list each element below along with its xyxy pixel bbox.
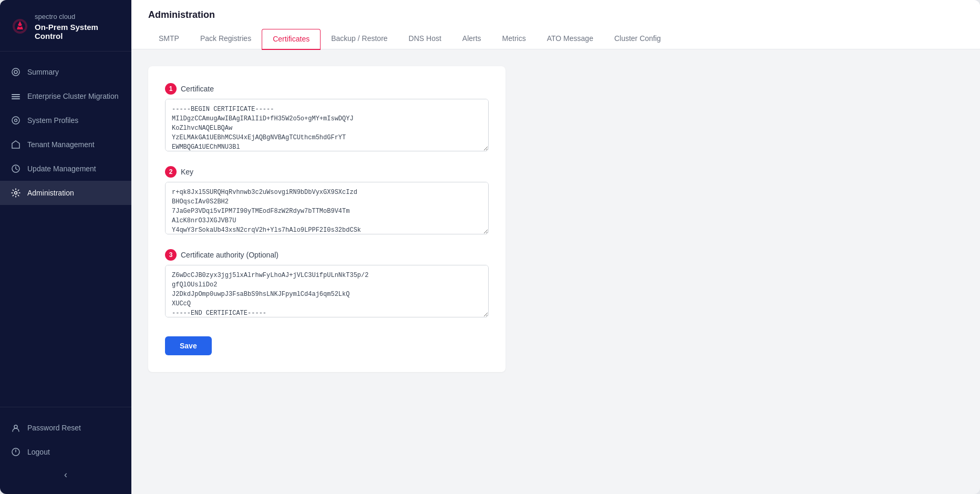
sidebar-item-update-management[interactable]: Update Management — [0, 157, 131, 181]
sidebar-item-password-reset-label: Password Reset — [27, 424, 81, 432]
certificate-label-row: 1 Certificate — [165, 83, 489, 95]
ca-number-badge: 3 — [165, 249, 177, 261]
password-reset-icon — [11, 423, 21, 433]
tab-alerts[interactable]: Alerts — [452, 29, 492, 49]
tab-backup-restore[interactable]: Backup / Restore — [321, 29, 398, 49]
logout-icon — [11, 447, 21, 457]
svg-point-8 — [15, 191, 17, 194]
sidebar-item-summary[interactable]: Summary — [0, 60, 131, 84]
key-label: Key — [181, 168, 193, 176]
key-number-badge: 2 — [165, 166, 177, 178]
logo-text: spectro cloud — [35, 13, 121, 22]
certificate-textarea[interactable]: -----BEGIN CERTIFICATE----- MIlDgzCCAmug… — [165, 99, 489, 151]
sidebar-item-administration-label: Administration — [27, 189, 74, 197]
enterprise-icon — [11, 91, 21, 101]
svg-point-0 — [12, 68, 19, 76]
key-label-row: 2 Key — [165, 166, 489, 178]
sidebar-item-password-reset[interactable]: Password Reset — [0, 416, 131, 440]
administration-icon — [11, 188, 21, 198]
sidebar-item-system-profiles[interactable]: System Profiles — [0, 108, 131, 132]
certificate-number-badge: 1 — [165, 83, 177, 95]
collapse-icon: ‹ — [64, 469, 67, 480]
svg-point-1 — [14, 70, 17, 74]
profiles-icon — [11, 115, 21, 126]
tab-certificates[interactable]: Certificates — [262, 29, 321, 50]
ca-label: Certificate authority (Optional) — [181, 251, 278, 259]
ca-label-row: 3 Certificate authority (Optional) — [165, 249, 489, 261]
sidebar-item-update-label: Update Management — [27, 164, 96, 173]
sidebar: spectro cloud On-Prem System Control Sum… — [0, 0, 131, 494]
sidebar-item-profiles-label: System Profiles — [27, 116, 78, 125]
tab-pack-registries[interactable]: Pack Registries — [190, 29, 262, 49]
key-field-group: 2 Key r+qk8Jxl5SURQHqRvhnwb3c2uWsovgiRN9… — [165, 166, 489, 236]
content-area: 1 Certificate -----BEGIN CERTIFICATE----… — [131, 49, 980, 494]
save-button[interactable]: Save — [165, 336, 212, 355]
update-icon — [11, 163, 21, 174]
tab-smtp[interactable]: SMTP — [148, 29, 190, 49]
sidebar-item-enterprise-label: Enterprise Cluster Migration — [27, 92, 119, 100]
system-title: On-Prem System Control — [35, 23, 121, 40]
sidebar-item-logout[interactable]: Logout — [0, 440, 131, 464]
tab-dns-host[interactable]: DNS Host — [398, 29, 452, 49]
svg-point-6 — [15, 119, 17, 121]
sidebar-item-logout-label: Logout — [27, 448, 50, 456]
tab-ato-message[interactable]: ATO Message — [537, 29, 604, 49]
svg-point-5 — [12, 117, 19, 124]
certificates-form-card: 1 Certificate -----BEGIN CERTIFICATE----… — [148, 66, 506, 372]
certificate-field-group: 1 Certificate -----BEGIN CERTIFICATE----… — [165, 83, 489, 153]
tab-cluster-config[interactable]: Cluster Config — [604, 29, 672, 49]
key-textarea[interactable]: r+qk8Jxl5SURQHqRvhnwb3c2uWsovgiRN9bDbVyx… — [165, 182, 489, 234]
svg-rect-2 — [12, 94, 20, 95]
page-title: Administration — [148, 9, 963, 20]
sidebar-item-tenant-label: Tenant Management — [27, 140, 95, 149]
sidebar-logo: spectro cloud On-Prem System Control — [0, 0, 131, 52]
sidebar-footer: Password Reset Logout ‹ — [0, 407, 131, 494]
sidebar-nav: Summary Enterprise Cluster Migration Sys… — [0, 52, 131, 407]
certificate-label: Certificate — [181, 85, 214, 93]
main-content: Administration SMTP Pack Registries Cert… — [131, 0, 980, 494]
svg-rect-3 — [12, 96, 20, 97]
svg-point-9 — [14, 425, 17, 428]
ca-textarea[interactable]: Z6wDcCJB0zyx3jgj5lxAlrhwFyLhoAJ+jVLC3Uif… — [165, 265, 489, 317]
summary-icon — [11, 67, 21, 77]
svg-rect-4 — [12, 98, 20, 99]
tab-metrics[interactable]: Metrics — [492, 29, 537, 49]
sidebar-item-enterprise-cluster-migration[interactable]: Enterprise Cluster Migration — [0, 84, 131, 108]
tab-bar: SMTP Pack Registries Certificates Backup… — [148, 29, 963, 49]
sidebar-collapse-button[interactable]: ‹ — [0, 464, 131, 486]
spectro-cloud-logo — [11, 17, 29, 36]
sidebar-item-tenant-management[interactable]: Tenant Management — [0, 132, 131, 157]
ca-field-group: 3 Certificate authority (Optional) Z6wDc… — [165, 249, 489, 320]
tenant-icon — [11, 139, 21, 150]
page-header: Administration SMTP Pack Registries Cert… — [131, 0, 980, 49]
sidebar-item-summary-label: Summary — [27, 68, 59, 76]
sidebar-item-administration[interactable]: Administration — [0, 181, 131, 205]
